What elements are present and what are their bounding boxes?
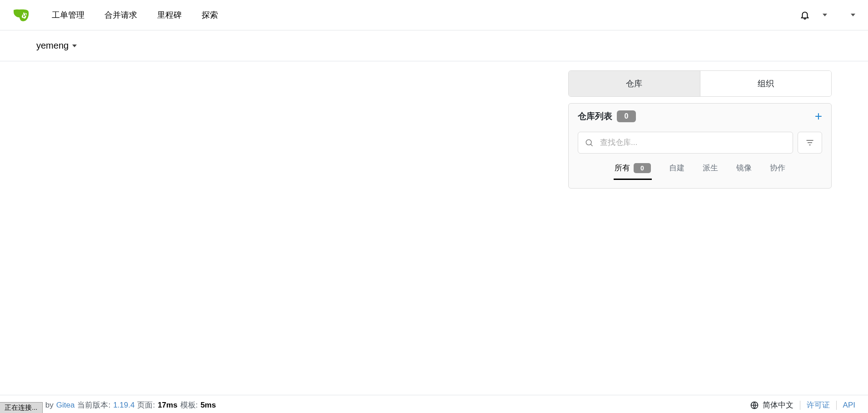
bell-icon	[800, 10, 810, 20]
context-user-switcher[interactable]: yemeng	[36, 40, 77, 51]
caret-down-icon	[823, 14, 827, 16]
side-tabs: 仓库 组织	[568, 70, 832, 97]
user-menu[interactable]	[837, 14, 855, 16]
search-icon	[585, 138, 594, 147]
tab-repos[interactable]: 仓库	[569, 71, 700, 96]
repo-filter-button[interactable]	[798, 132, 822, 154]
new-repo-button[interactable]: +	[815, 110, 822, 123]
notifications-button[interactable]	[800, 10, 810, 20]
repo-search[interactable]	[578, 132, 793, 154]
repo-panel-title: 仓库列表	[578, 110, 612, 122]
filter-icon	[805, 138, 814, 147]
context-username: yemeng	[36, 40, 69, 51]
repo-count-badge: 0	[617, 110, 636, 122]
svg-point-4	[586, 139, 591, 145]
nav-pulls[interactable]: 合并请求	[94, 10, 147, 20]
filter-mirror[interactable]: 镜像	[735, 159, 753, 180]
filter-collab[interactable]: 协作	[769, 159, 786, 180]
filter-self[interactable]: 自建	[668, 159, 685, 180]
caret-down-icon	[851, 14, 855, 16]
gitea-logo[interactable]	[13, 8, 29, 22]
nav-explore[interactable]: 探索	[192, 10, 228, 20]
tab-orgs[interactable]: 组织	[700, 71, 832, 96]
repo-panel: 仓库列表 0 + 所有 0	[568, 103, 832, 189]
nav-milestones[interactable]: 里程碑	[147, 10, 192, 20]
filter-all[interactable]: 所有 0	[614, 159, 652, 180]
nav-issues[interactable]: 工单管理	[42, 10, 94, 20]
filter-fork[interactable]: 派生	[702, 159, 719, 180]
caret-down-icon	[72, 45, 77, 47]
repo-search-input[interactable]	[599, 138, 786, 148]
create-menu[interactable]	[820, 14, 827, 16]
filter-all-count: 0	[634, 163, 651, 173]
